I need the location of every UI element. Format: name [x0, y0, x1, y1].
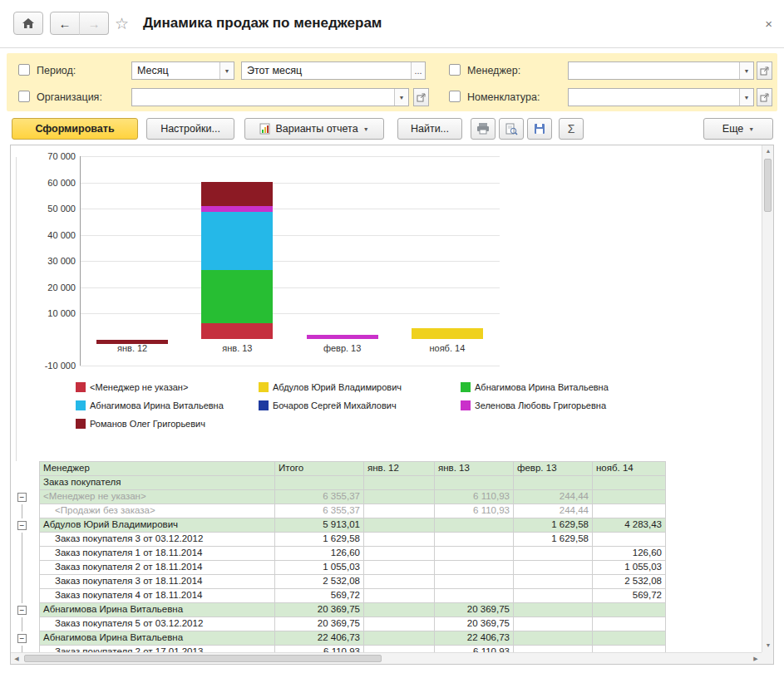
column-header[interactable]: Итого	[275, 461, 364, 476]
row-label[interactable]: Абдулов Юрий Владимирович	[39, 518, 275, 533]
sum-button[interactable]: Σ	[559, 118, 584, 140]
column-header[interactable]: Менеджер	[39, 461, 275, 476]
row-value[interactable]	[364, 575, 435, 589]
table-row[interactable]: Заказ покупателя 1 от 18.11.2014126,6012…	[11, 547, 666, 561]
organization-dropdown-icon[interactable]: ▼	[394, 89, 408, 106]
close-icon[interactable]: ×	[765, 17, 772, 31]
row-value[interactable]	[364, 518, 435, 533]
collapse-expander-icon[interactable]: −	[17, 606, 27, 615]
legend-item[interactable]: Абнагимова Ирина Витальевна	[76, 400, 224, 411]
row-value[interactable]	[514, 575, 593, 589]
row-value[interactable]	[364, 547, 435, 561]
table-row[interactable]: Заказ покупателя 5 от 03.12.201220 369,7…	[11, 617, 666, 631]
organization-checkbox[interactable]	[18, 91, 30, 102]
row-label[interactable]: Заказ покупателя 3 от 03.12.2012	[39, 533, 275, 547]
row-value[interactable]	[364, 589, 435, 603]
row-value[interactable]: 569,72	[275, 589, 364, 603]
row-value[interactable]: 20 369,75	[275, 617, 364, 631]
row-value[interactable]	[514, 603, 593, 617]
organization-field[interactable]: ▼	[131, 88, 409, 106]
row-value[interactable]	[593, 617, 666, 631]
table-row[interactable]: Заказ покупателя 3 от 03.12.20121 629,58…	[11, 533, 666, 547]
legend-item[interactable]: <Менеджер не указан>	[76, 381, 188, 393]
scroll-up-icon[interactable]: ▲	[762, 145, 774, 157]
scroll-right-icon[interactable]: ▶	[750, 653, 762, 665]
row-value[interactable]	[364, 603, 435, 617]
row-value[interactable]: 126,60	[275, 547, 364, 561]
row-value[interactable]	[435, 589, 514, 603]
legend-item[interactable]: Романов Олег Григорьевич	[76, 418, 205, 430]
preview-button[interactable]	[499, 118, 524, 140]
row-value[interactable]: 1 629,58	[514, 518, 593, 533]
row-value[interactable]	[364, 476, 435, 490]
find-button[interactable]: Найти...	[397, 118, 462, 140]
row-value[interactable]	[435, 533, 514, 547]
table-row[interactable]: Заказ покупателя	[11, 476, 666, 490]
period-kind-dropdown-icon[interactable]: ▼	[219, 62, 234, 79]
table-row[interactable]: Заказ покупателя 2 от 18.11.20141 055,03…	[11, 561, 666, 575]
settings-button[interactable]: Настройки...	[146, 118, 234, 140]
collapse-expander-icon[interactable]: −	[17, 493, 27, 502]
column-header[interactable]: нояб. 14	[593, 461, 666, 476]
manager-checkbox[interactable]	[449, 64, 461, 76]
row-value[interactable]	[593, 603, 666, 617]
row-value[interactable]	[435, 518, 514, 533]
table-row[interactable]: −<Менеджер не указан>6 355,376 110,93244…	[11, 490, 666, 504]
period-value-field[interactable]: Этот месяц ...	[241, 61, 426, 80]
print-button[interactable]	[471, 118, 496, 140]
row-value[interactable]: 1 055,03	[275, 561, 364, 575]
row-label[interactable]: Заказ покупателя	[39, 476, 275, 490]
table-row[interactable]: Заказ покупателя 3 от 18.11.20142 532,08…	[11, 575, 666, 589]
table-row[interactable]: −Абнагимова Ирина Витальевна20 369,7520 …	[11, 603, 666, 617]
nomenclature-checkbox[interactable]	[449, 91, 461, 102]
back-button[interactable]: ←	[50, 12, 80, 35]
row-value[interactable]	[275, 476, 364, 490]
row-label[interactable]: <Продажи без заказа>	[39, 504, 275, 518]
row-value[interactable]	[514, 476, 593, 490]
collapse-expander-icon[interactable]: −	[17, 521, 27, 530]
row-value[interactable]: 1 055,03	[593, 561, 666, 575]
legend-item[interactable]: Зеленова Любовь Григорьевна	[461, 400, 606, 411]
row-value[interactable]	[593, 490, 666, 504]
row-value[interactable]: 22 406,73	[275, 631, 364, 646]
column-header[interactable]: янв. 13	[435, 461, 514, 476]
row-value[interactable]	[364, 631, 435, 646]
row-value[interactable]	[593, 476, 666, 490]
favorite-star-icon[interactable]: ☆	[115, 14, 129, 33]
row-label[interactable]: Заказ покупателя 3 от 18.11.2014	[39, 575, 275, 589]
row-value[interactable]: 126,60	[593, 547, 666, 561]
nomenclature-field[interactable]: ▼	[568, 88, 754, 106]
row-value[interactable]	[364, 561, 435, 575]
nomenclature-dropdown-icon[interactable]: ▼	[739, 89, 753, 106]
row-value[interactable]: 1 629,58	[514, 533, 593, 547]
row-value[interactable]	[514, 617, 593, 631]
row-value[interactable]	[435, 547, 514, 561]
row-value[interactable]	[435, 575, 514, 589]
save-button[interactable]	[527, 118, 552, 140]
more-button[interactable]: Еще ▼	[703, 118, 773, 140]
row-value[interactable]: 20 369,75	[275, 603, 364, 617]
row-value[interactable]: 20 369,75	[435, 617, 514, 631]
row-value[interactable]	[364, 533, 435, 547]
row-value[interactable]: 22 406,73	[435, 631, 514, 646]
row-value[interactable]	[514, 547, 593, 561]
row-value[interactable]	[364, 504, 435, 518]
row-value[interactable]	[435, 561, 514, 575]
vertical-scrollbar[interactable]: ▲ ▼	[762, 145, 773, 652]
row-value[interactable]: 244,44	[514, 504, 593, 518]
manager-field[interactable]: ▼	[568, 61, 754, 80]
row-label[interactable]: Заказ покупателя 4 от 18.11.2014	[39, 589, 275, 603]
forward-button[interactable]: →	[79, 12, 109, 35]
row-value[interactable]: 1 629,58	[275, 533, 364, 547]
row-value[interactable]	[593, 533, 666, 547]
row-label[interactable]: <Менеджер не указан>	[39, 490, 275, 504]
row-label[interactable]: Заказ покупателя 1 от 18.11.2014	[39, 547, 275, 561]
legend-item[interactable]: Абдулов Юрий Владимирович	[259, 381, 402, 393]
report-variants-button[interactable]: Варианты отчета ▼	[244, 118, 384, 140]
organization-open-button[interactable]	[413, 88, 429, 106]
row-label[interactable]: Абнагимова Ирина Витальевна	[39, 603, 275, 617]
row-value[interactable]: 2 532,08	[275, 575, 364, 589]
period-checkbox[interactable]	[18, 64, 30, 76]
table-row[interactable]: −Абнагимова Ирина Витальевна22 406,7322 …	[11, 631, 666, 646]
row-value[interactable]	[514, 589, 593, 603]
